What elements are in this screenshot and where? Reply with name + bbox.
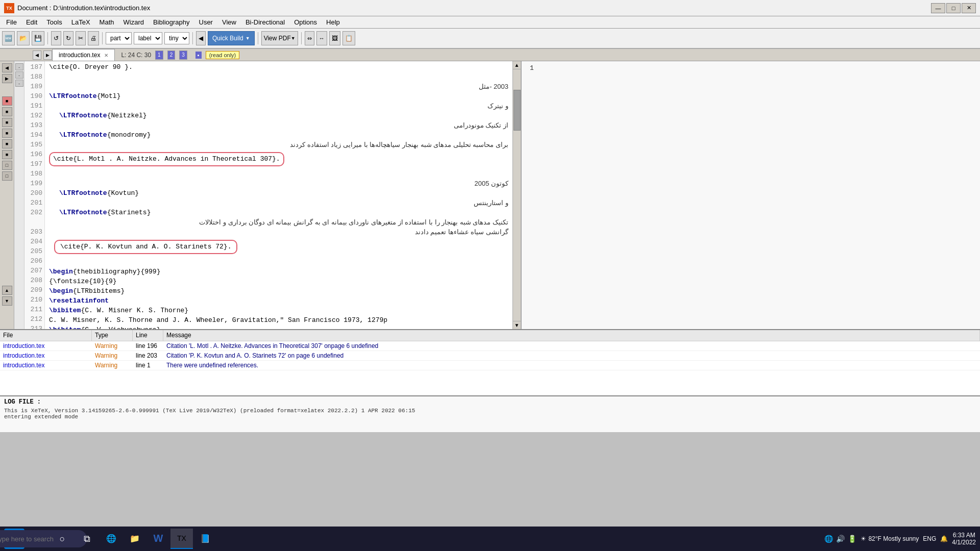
tab-introduction[interactable]: introduction.tex ✕ — [52, 49, 115, 61]
quick-build-button[interactable]: Quick Build ▼ — [208, 31, 255, 45]
bidir2-button[interactable]: ↔ — [316, 31, 327, 45]
time-display: 6:33 AM — [952, 532, 976, 539]
taskbar-app2-icon[interactable]: 📘 — [194, 529, 216, 549]
fold-2[interactable]: - — [15, 71, 23, 79]
msg2-line: line 203 — [133, 351, 163, 360]
line-numbers: 187 188 189 190 191 192 193 194 195 196 … — [24, 61, 45, 329]
save-button[interactable]: 💾 — [32, 31, 44, 45]
extra-button[interactable]: 📋 — [342, 31, 355, 45]
gutter-btn-1[interactable]: ◀ — [2, 63, 12, 72]
nav-next-button[interactable]: ▶ — [43, 51, 52, 60]
task-view-button[interactable]: ⧉ — [76, 529, 98, 549]
msg2-file: introduction.tex — [0, 351, 92, 360]
log-label: LOG FILE : — [4, 398, 976, 406]
taskbar-edge-icon[interactable]: 🌐 — [100, 529, 122, 549]
gutter-btn-2[interactable]: ▶ — [2, 74, 12, 83]
scroll-up-button[interactable]: ▲ — [513, 61, 521, 69]
code-line-193: از تکنیک مونودرامی — [49, 120, 508, 130]
menu-bidirectional[interactable]: Bi-Directional — [241, 17, 289, 27]
fold-3[interactable]: - — [15, 80, 23, 87]
open-button[interactable]: 📂 — [17, 31, 30, 45]
bookmark3-button[interactable]: 3 — [179, 51, 187, 60]
code-line-200: و استارینتس — [49, 198, 508, 208]
editor-container[interactable]: - - - 187 188 189 190 191 192 193 194 19… — [14, 61, 521, 329]
window-title: Document : D:\introdution.tex\introducti… — [17, 4, 150, 12]
toolbar-sep-4 — [258, 32, 258, 44]
menu-help[interactable]: Help — [322, 17, 344, 27]
col-line: Line — [133, 330, 163, 341]
structure-select[interactable]: part — [106, 32, 132, 44]
cortana-button[interactable]: ○ — [51, 529, 74, 549]
print-button[interactable]: 🖨 — [88, 31, 99, 45]
taskbar-right: 🌐 🔊 🔋 ☀ 82°F Mostly sunny ENG 🔔 6:33 AM … — [824, 532, 976, 546]
menu-user[interactable]: User — [195, 17, 217, 27]
code-line-191: و نیترک — [49, 101, 508, 111]
bookmark2-button[interactable]: 2 — [167, 51, 176, 60]
cut-button[interactable]: ✂ — [76, 31, 86, 45]
bookmark1-button[interactable]: 1 — [155, 51, 163, 60]
redo-button[interactable]: ↻ — [63, 31, 74, 45]
menu-options[interactable]: Options — [290, 17, 321, 27]
msg3-type: Warning — [92, 361, 133, 370]
image-button[interactable]: 🖼 — [329, 31, 340, 45]
left-gutter: ◀ ▶ ■ ■ ■ ■ ■ ■ □ □ ▲ ▼ — [0, 61, 14, 329]
gutter-btn-6[interactable]: ■ — [2, 129, 12, 138]
bidir-button[interactable]: ⇔ — [305, 31, 314, 45]
taskbar-files-icon[interactable]: 📁 — [124, 529, 146, 549]
close-button[interactable]: ✕ — [962, 3, 976, 13]
clock: 6:33 AM 4/1/2022 — [952, 532, 976, 546]
tab-label: introduction.tex — [59, 52, 100, 59]
gutter-expand-btn[interactable]: ▼ — [2, 296, 12, 306]
log-panel: LOG FILE : This is XeTeX, Version 3.1415… — [0, 395, 980, 432]
menu-wizard[interactable]: Wizard — [119, 17, 148, 27]
gutter-btn-10[interactable]: □ — [2, 171, 12, 181]
menu-edit[interactable]: Edit — [22, 17, 41, 27]
search-taskbar-button[interactable] — [27, 529, 49, 549]
gutter-btn-9[interactable]: □ — [2, 161, 12, 170]
undo-button[interactable]: ↺ — [51, 31, 61, 45]
code-line-194: \LTRfootnote{monodromy} — [49, 130, 508, 140]
linenum-198: 198 — [27, 169, 42, 179]
menu-latex[interactable]: LaTeX — [67, 17, 94, 27]
code-line-187: \cite{O. Dreyer 90 }. — [49, 62, 508, 72]
menu-math[interactable]: Math — [95, 17, 118, 27]
view-pdf-dropdown-arrow: ▼ — [291, 36, 296, 41]
menu-view[interactable]: View — [218, 17, 240, 27]
gutter-btn-5[interactable]: ■ — [2, 118, 12, 127]
toolbar-sep-1 — [47, 32, 48, 44]
menu-tools[interactable]: Tools — [42, 17, 66, 27]
gutter-btn-4[interactable]: ■ — [2, 107, 12, 116]
menu-file[interactable]: File — [2, 17, 21, 27]
taskbar-word-icon[interactable]: W — [147, 529, 169, 549]
linenum-197: 197 — [27, 159, 42, 169]
taskbar-texmaker-icon[interactable]: TX — [170, 529, 193, 549]
view-pdf-button[interactable]: View PDF ▼ — [261, 31, 298, 45]
gutter-btn-8[interactable]: ■ — [2, 150, 12, 159]
minimize-button[interactable]: — — [931, 3, 945, 13]
size-select[interactable]: tiny — [164, 32, 189, 44]
gutter-btn-3[interactable]: ■ — [2, 96, 12, 106]
battery-icon: 🔋 — [848, 535, 856, 543]
tab-close-button[interactable]: ✕ — [104, 53, 108, 58]
scroll-down-button[interactable]: ▼ — [513, 321, 521, 329]
menu-bibliography[interactable]: Bibliography — [149, 17, 194, 27]
new-button[interactable]: 🆕 — [2, 31, 15, 45]
nav-prev-button[interactable]: ◀ — [33, 51, 41, 60]
label-select[interactable]: label — [134, 32, 162, 44]
fold-1[interactable]: - — [15, 63, 23, 70]
scrollbar-thumb[interactable] — [513, 90, 521, 131]
linenum-199: 199 — [27, 179, 42, 188]
maximize-button[interactable]: □ — [946, 3, 961, 13]
gutter-btn-7[interactable]: ■ — [2, 139, 12, 148]
title-bar-controls[interactable]: — □ ✕ — [931, 3, 976, 13]
gutter-collapse-btn[interactable]: ▲ — [2, 286, 12, 295]
code-area[interactable]: \cite{O. Dreyer 90 }. 2003 -مثل \LTRfoot… — [45, 61, 512, 329]
title-bar-left: TX Document : D:\introdution.tex\introdu… — [4, 3, 150, 13]
left-arrow-button[interactable]: ◀ — [196, 31, 206, 45]
system-tray: 🌐 🔊 🔋 — [824, 535, 856, 543]
weather-text: 82°F Mostly sunny — [868, 535, 919, 542]
menu-bar: File Edit Tools LaTeX Math Wizard Biblio… — [0, 16, 980, 29]
view-pdf-group: View PDF ▼ — [261, 31, 298, 45]
taskbar-search-input[interactable] — [0, 530, 87, 547]
vertical-scrollbar[interactable]: ▲ ▼ — [512, 61, 521, 329]
